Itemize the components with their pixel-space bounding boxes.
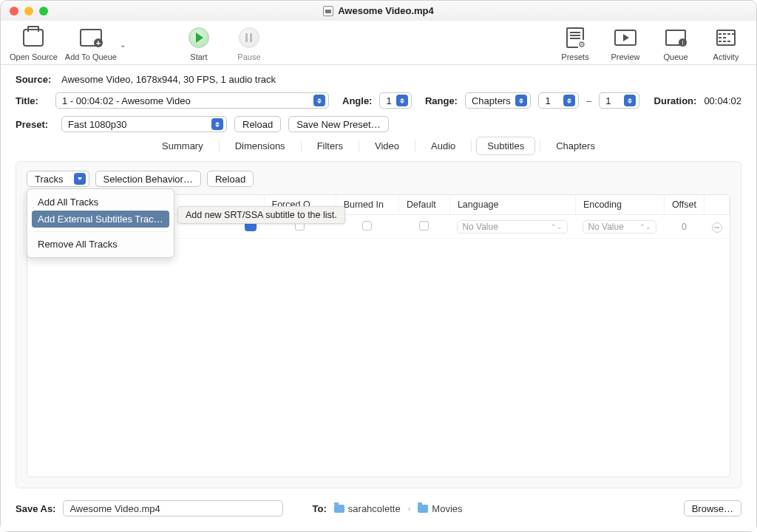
tab-audio[interactable]: Audio — [420, 137, 466, 155]
preview-button[interactable]: Preview — [604, 26, 647, 61]
add-queue-icon — [80, 29, 102, 47]
range-mode-select[interactable]: Chapters — [465, 92, 531, 109]
offset-value[interactable]: 0 — [664, 215, 704, 239]
tab-dimensions[interactable]: Dimensions — [224, 137, 296, 155]
chevron-updown-icon — [563, 95, 575, 106]
minimize-window-button[interactable] — [24, 7, 33, 16]
menu-add-all-tracks[interactable]: Add All Tracks — [32, 194, 169, 211]
menu-tooltip: Add new SRT/SSA subtitle to the list. — [177, 206, 345, 224]
angle-value: 1 — [386, 95, 391, 106]
footer: Save As: Awesome Video.mp4 To: sarahcole… — [1, 488, 756, 531]
selection-behavior-button[interactable]: Selection Behavior… — [95, 171, 201, 187]
toolbar: Open Source Add To Queue ⌄ Start Pause P… — [1, 21, 756, 65]
pause-label: Pause — [237, 52, 260, 61]
add-to-queue-button[interactable]: Add To Queue — [65, 26, 117, 61]
queue-label: Queue — [663, 52, 688, 61]
default-checkbox[interactable] — [419, 221, 429, 231]
activity-button[interactable]: Activity — [705, 26, 747, 61]
subtitles-reload-button[interactable]: Reload — [207, 171, 254, 187]
angle-label: Angle: — [342, 95, 372, 106]
tab-subtitles[interactable]: Subtitles — [476, 137, 535, 155]
tab-summary[interactable]: Summary — [151, 137, 214, 155]
range-from-value: 1 — [545, 95, 550, 106]
folder-icon — [418, 505, 428, 513]
menu-add-external-subtitles[interactable]: Add External Subtitles Track… — [32, 211, 169, 228]
add-to-queue-dropdown[interactable]: ⌄ — [120, 41, 126, 49]
preset-label: Preset: — [16, 119, 54, 130]
close-window-button[interactable] — [10, 7, 18, 16]
queue-button[interactable]: Queue — [654, 26, 697, 61]
path-user[interactable]: sarahcolette — [334, 503, 401, 514]
range-label: Range: — [425, 95, 458, 106]
col-burned: Burned In — [336, 195, 398, 215]
menu-separator — [33, 231, 168, 232]
title-label: Title: — [16, 95, 48, 106]
chevron-updown-icon — [211, 118, 223, 130]
chevron-down-icon — [74, 173, 86, 185]
tab-chapters[interactable]: Chapters — [545, 137, 606, 155]
presets-icon — [566, 27, 584, 48]
zoom-window-button[interactable] — [39, 7, 48, 16]
folder-icon — [334, 505, 344, 513]
angle-select[interactable]: 1 — [379, 92, 411, 109]
preview-icon — [614, 30, 637, 46]
range-to-select[interactable]: 1 — [599, 92, 639, 109]
col-language: Language — [449, 195, 575, 215]
presets-button[interactable]: Presets — [554, 26, 597, 61]
chevron-right-icon: › — [408, 504, 411, 513]
chevron-updown-icon — [515, 95, 527, 106]
title-select[interactable]: 1 - 00:04:02 - Awesome Video — [55, 92, 329, 109]
open-source-label: Open Source — [10, 52, 58, 61]
window-title: Awesome Video.mp4 — [1, 5, 756, 16]
language-select[interactable]: No Value ⌃⌄ — [457, 220, 568, 233]
start-button[interactable]: Start — [177, 26, 220, 61]
app-window: Awesome Video.mp4 Open Source Add To Que… — [0, 0, 757, 532]
add-to-queue-label: Add To Queue — [65, 52, 117, 61]
range-dash: – — [586, 95, 591, 106]
duration-value: 00:04:02 — [704, 95, 741, 106]
col-default: Default — [399, 195, 450, 215]
chevron-updown-icon: ⌃⌄ — [551, 223, 563, 231]
encoding-select[interactable]: No Value ⌃⌄ — [583, 220, 656, 233]
tab-bar: Summary Dimensions Filters Video Audio S… — [1, 137, 756, 161]
preset-select[interactable]: Fast 1080p30 — [61, 116, 227, 132]
traffic-lights — [10, 7, 48, 16]
browse-button[interactable]: Browse… — [684, 500, 741, 516]
presets-label: Presets — [561, 52, 588, 61]
activity-icon — [716, 30, 736, 46]
burned-checkbox[interactable] — [362, 221, 372, 231]
chevron-updown-icon — [396, 95, 408, 106]
pause-button: Pause — [228, 26, 271, 61]
to-label: To: — [313, 503, 327, 514]
open-source-button[interactable]: Open Source — [10, 26, 58, 61]
titlebar: Awesome Video.mp4 — [1, 1, 756, 21]
pause-icon — [239, 27, 259, 48]
preset-value: Fast 1080p30 — [68, 119, 127, 130]
col-encoding: Encoding — [575, 195, 664, 215]
col-offset: Offset — [664, 195, 704, 215]
preset-reload-button[interactable]: Reload — [234, 116, 281, 132]
start-label: Start — [190, 52, 207, 61]
activity-label: Activity — [713, 52, 739, 61]
tab-filters[interactable]: Filters — [306, 137, 354, 155]
document-icon — [323, 6, 333, 16]
save-as-value: Awesome Video.mp4 — [69, 503, 160, 514]
menu-remove-all-tracks[interactable]: Remove All Tracks — [32, 236, 169, 253]
range-mode-value: Chapters — [472, 95, 511, 106]
duration-label: Duration: — [654, 95, 697, 106]
save-as-input[interactable]: Awesome Video.mp4 — [63, 500, 282, 516]
chevron-updown-icon — [313, 95, 325, 106]
window-title-text: Awesome Video.mp4 — [338, 5, 434, 16]
tab-video[interactable]: Video — [364, 137, 410, 155]
save-new-preset-button[interactable]: Save New Preset… — [288, 116, 388, 132]
chevron-updown-icon — [624, 95, 636, 106]
tracks-label: Tracks — [35, 174, 64, 185]
range-from-select[interactable]: 1 — [538, 92, 578, 109]
path-folder[interactable]: Movies — [418, 503, 462, 514]
remove-row-button[interactable] — [712, 222, 722, 233]
tracks-dropdown-button[interactable]: Tracks — [27, 171, 89, 187]
source-label: Source: — [16, 74, 54, 85]
source-settings: Source: Awesome Video, 1678x944, 30 FPS,… — [1, 65, 756, 137]
clapperboard-icon — [23, 29, 44, 47]
subtitles-panel: Tracks Selection Behavior… Reload Add Al… — [16, 161, 741, 488]
